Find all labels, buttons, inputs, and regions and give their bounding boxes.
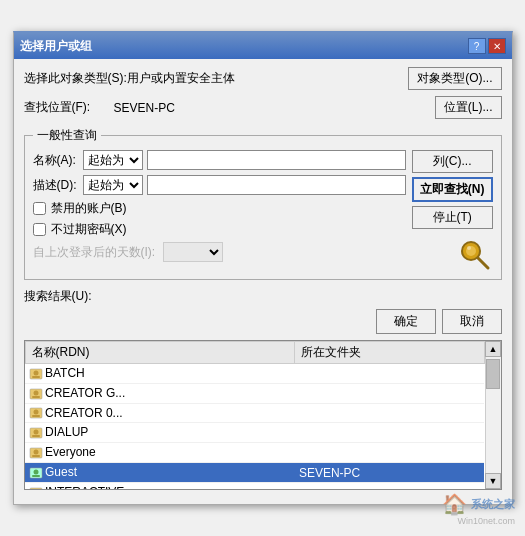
site-url: Win10net.com <box>442 516 515 526</box>
svg-rect-9 <box>32 396 40 398</box>
location-button[interactable]: 位置(L)... <box>435 96 502 119</box>
cell-folder <box>295 482 484 489</box>
brand-name: 系统之家 <box>471 497 515 512</box>
scroll-thumb[interactable] <box>486 359 500 389</box>
name-select[interactable]: 起始为 <box>83 150 143 170</box>
location-row: 查找位置(F): SEVEN-PC 位置(L)... <box>24 96 502 119</box>
watermark: 🏠 系统之家 Win10net.com <box>442 492 515 526</box>
results-table-wrapper: 名称(RDN) 所在文件夹 BATCH CREATOR G... CREATOR… <box>24 340 502 490</box>
general-query-group: 一般性查询 名称(A): 起始为 描述(D): 起 <box>24 127 502 280</box>
noexpire-label: 不过期密码(X) <box>51 221 127 238</box>
svg-rect-15 <box>32 435 40 437</box>
svg-rect-18 <box>32 455 40 457</box>
svg-rect-6 <box>32 376 40 378</box>
svg-point-14 <box>34 430 39 435</box>
desc-select[interactable]: 起始为 <box>83 175 143 195</box>
svg-rect-12 <box>32 415 40 417</box>
help-button[interactable]: ? <box>468 38 486 54</box>
svg-point-8 <box>34 390 39 395</box>
close-button[interactable]: ✕ <box>488 38 506 54</box>
house-icon: 🏠 <box>442 492 467 516</box>
table-row[interactable]: CREATOR G... <box>25 383 484 403</box>
ok-button[interactable]: 确定 <box>376 309 436 334</box>
cell-folder <box>295 383 484 403</box>
cell-name: Everyone <box>25 443 295 463</box>
desc-input[interactable] <box>147 175 406 195</box>
cell-name: DIALUP <box>25 423 295 443</box>
results-section: 搜索结果(U): 确定 取消 名称(RDN) 所在文件夹 <box>24 288 502 490</box>
general-query-legend: 一般性查询 <box>33 127 101 144</box>
results-table: 名称(RDN) 所在文件夹 BATCH CREATOR G... CREATOR… <box>25 341 485 489</box>
table-row[interactable]: Everyone <box>25 443 484 463</box>
cell-name: Guest <box>25 463 295 483</box>
results-buttons: 确定 取消 <box>24 309 502 334</box>
search-icon <box>457 237 493 273</box>
object-type-value: 用户或内置安全主体 <box>127 70 408 87</box>
cell-name: BATCH <box>25 364 295 384</box>
disabled-checkbox[interactable] <box>33 202 46 215</box>
cancel-button[interactable]: 取消 <box>442 309 502 334</box>
table-row[interactable]: INTERACTIVE <box>25 482 484 489</box>
cell-name: CREATOR 0... <box>25 403 295 423</box>
cell-folder <box>295 403 484 423</box>
search-icon-area <box>412 237 493 273</box>
name-input[interactable] <box>147 150 406 170</box>
object-type-label: 选择此对象类型(S): <box>24 70 127 87</box>
group-content: 名称(A): 起始为 描述(D): 起始为 <box>33 150 493 273</box>
table-row[interactable]: GuestSEVEN-PC <box>25 463 484 483</box>
cell-folder <box>295 423 484 443</box>
svg-point-3 <box>467 246 471 250</box>
cell-folder: SEVEN-PC <box>295 463 484 483</box>
desc-field-row: 描述(D): 起始为 <box>33 175 406 195</box>
title-bar-buttons: ? ✕ <box>468 38 506 54</box>
svg-rect-21 <box>32 475 40 477</box>
object-type-row: 选择此对象类型(S): 用户或内置安全主体 对象类型(O)... <box>24 67 502 90</box>
cols-button[interactable]: 列(C)... <box>412 150 493 173</box>
group-right: 列(C)... 立即查找(N) 停止(T) <box>412 150 493 273</box>
location-label: 查找位置(F): <box>24 99 114 116</box>
table-row[interactable]: CREATOR 0... <box>25 403 484 423</box>
disabled-label: 禁用的账户(B) <box>51 200 127 217</box>
title-bar: 选择用户或组 ? ✕ <box>14 33 512 59</box>
location-value: SEVEN-PC <box>114 101 435 115</box>
days-row: 自上次登录后的天数(I): <box>33 242 406 262</box>
object-type-button[interactable]: 对象类型(O)... <box>408 67 501 90</box>
name-label: 名称(A): <box>33 152 83 169</box>
dialog-title: 选择用户或组 <box>20 38 92 55</box>
svg-point-17 <box>34 450 39 455</box>
dialog-select-user-group: 选择用户或组 ? ✕ 选择此对象类型(S): 用户或内置安全主体 对象类型(O)… <box>13 31 513 505</box>
name-field-row: 名称(A): 起始为 <box>33 150 406 170</box>
vertical-scrollbar[interactable]: ▲ ▼ <box>485 341 501 489</box>
stop-button[interactable]: 停止(T) <box>412 206 493 229</box>
cell-name: INTERACTIVE <box>25 482 295 489</box>
svg-point-11 <box>34 410 39 415</box>
scroll-up-arrow[interactable]: ▲ <box>485 341 501 357</box>
dialog-body: 选择此对象类型(S): 用户或内置安全主体 对象类型(O)... 查找位置(F)… <box>14 59 512 504</box>
noexpire-checkbox[interactable] <box>33 223 46 236</box>
col-folder: 所在文件夹 <box>295 342 484 364</box>
cell-folder <box>295 364 484 384</box>
svg-rect-22 <box>30 488 42 489</box>
watermark-logo: 🏠 系统之家 <box>442 492 515 516</box>
cell-folder <box>295 443 484 463</box>
results-label: 搜索结果(U): <box>24 288 502 305</box>
find-button[interactable]: 立即查找(N) <box>412 177 493 202</box>
svg-point-5 <box>34 370 39 375</box>
svg-point-20 <box>34 469 39 474</box>
scroll-down-arrow[interactable]: ▼ <box>485 473 501 489</box>
cell-name: CREATOR G... <box>25 383 295 403</box>
svg-line-2 <box>478 258 488 268</box>
days-select[interactable] <box>163 242 223 262</box>
table-row[interactable]: DIALUP <box>25 423 484 443</box>
table-row[interactable]: BATCH <box>25 364 484 384</box>
col-name: 名称(RDN) <box>25 342 295 364</box>
days-label: 自上次登录后的天数(I): <box>33 244 156 261</box>
group-left: 名称(A): 起始为 描述(D): 起始为 <box>33 150 406 273</box>
desc-label: 描述(D): <box>33 177 83 194</box>
noexpire-checkbox-row: 不过期密码(X) <box>33 221 406 238</box>
disabled-checkbox-row: 禁用的账户(B) <box>33 200 406 217</box>
